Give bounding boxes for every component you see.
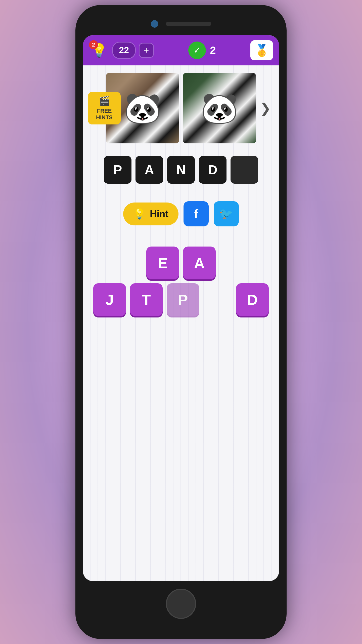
answer-tile-5[interactable]	[231, 156, 258, 184]
action-buttons: 💡 Hint f 🐦	[123, 201, 239, 226]
panda-emoji-2: 🐼	[201, 91, 238, 126]
panda-image-2: 🐼	[183, 73, 256, 143]
images-container: 🐼 🐼	[106, 73, 256, 143]
answer-tile-4[interactable]: D	[199, 156, 227, 184]
free-hints-button[interactable]: 🎬 FREEHINTS	[88, 92, 121, 125]
front-camera	[151, 20, 158, 28]
check-count: 2	[210, 44, 216, 56]
phone-frame: 💡 2 22 + ✓ 2 🥇 🎬 FREEHINTS	[75, 5, 287, 639]
answer-section: P A N D	[104, 156, 258, 184]
free-hints-label: FREEHINTS	[96, 108, 113, 121]
key-T[interactable]: T	[130, 283, 163, 316]
home-button[interactable]	[166, 589, 196, 619]
hint-label: Hint	[150, 209, 168, 219]
panda-emoji-1: 🐼	[124, 91, 161, 126]
hint-bulb-icon: 💡	[133, 208, 146, 220]
key-E[interactable]: E	[146, 247, 179, 279]
badge-count: 2	[89, 40, 98, 49]
answer-tile-3[interactable]: N	[167, 156, 195, 184]
key-P[interactable]: P	[167, 283, 199, 316]
key-D[interactable]: D	[236, 283, 269, 316]
add-coins-button[interactable]: +	[139, 43, 154, 58]
keyboard-row-2: J T P D	[93, 283, 269, 316]
images-section: 🎬 FREEHINTS ❮ 🐼 🐼 ❯	[83, 70, 279, 146]
leaderboard-button[interactable]: 🥇	[250, 40, 273, 60]
header-center: ✓ 2	[188, 42, 216, 59]
coins-display: 22	[112, 42, 136, 59]
twitter-button[interactable]: 🐦	[214, 201, 239, 226]
leaderboard-icon: 🥇	[255, 44, 269, 57]
game-header: 💡 2 22 + ✓ 2 🥇	[83, 35, 279, 65]
phone-screen: 💡 2 22 + ✓ 2 🥇 🎬 FREEHINTS	[83, 35, 279, 581]
key-J[interactable]: J	[93, 283, 126, 316]
keyboard-section: E A J T P D	[83, 247, 279, 316]
hint-button[interactable]: 💡 Hint	[123, 203, 178, 225]
facebook-icon: f	[194, 207, 198, 221]
keyboard-row-1: E A	[146, 247, 216, 279]
answer-tile-1[interactable]: P	[104, 156, 131, 184]
game-content: 🎬 FREEHINTS ❮ 🐼 🐼 ❯ P A N	[83, 65, 279, 581]
free-hints-icon: 🎬	[99, 96, 110, 106]
check-badge: ✓	[188, 42, 206, 59]
facebook-button[interactable]: f	[184, 201, 209, 226]
bulb-badge: 💡 2	[89, 40, 109, 60]
twitter-icon: 🐦	[219, 207, 233, 220]
next-arrow[interactable]: ❯	[256, 98, 274, 119]
answer-tile-2[interactable]: A	[135, 156, 163, 184]
header-left: 💡 2 22 +	[89, 40, 154, 60]
speaker	[166, 22, 211, 26]
key-A[interactable]: A	[183, 247, 216, 279]
phone-top-bar	[83, 20, 279, 28]
